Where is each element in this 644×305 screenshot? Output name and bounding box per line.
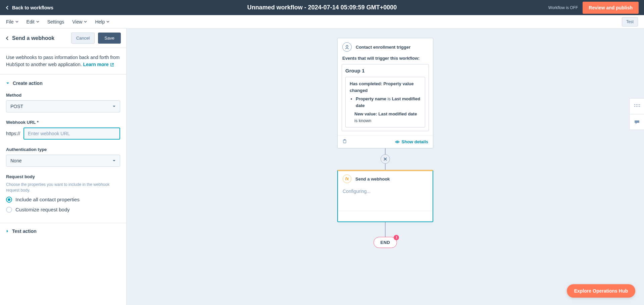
menu-view-label: View	[72, 19, 82, 24]
property-name-label: Property name	[356, 96, 386, 101]
webhook-node[interactable]: fx Send a webhook Configuring...	[337, 170, 433, 222]
right-rail	[629, 98, 644, 130]
comment-button[interactable]	[630, 114, 644, 130]
auth-type-select[interactable]: None	[6, 155, 120, 167]
menu-file[interactable]: File	[6, 19, 18, 24]
url-prefix: https://	[6, 131, 20, 136]
svg-point-10	[637, 106, 638, 107]
chevron-down-icon	[36, 20, 39, 23]
auth-type-value: None	[10, 158, 21, 163]
alert-badge: !	[394, 235, 399, 240]
remove-action-button[interactable]	[381, 154, 390, 164]
test-action-label: Test action	[12, 228, 37, 234]
trigger-node-subtitle: Events that will trigger this workflow:	[338, 56, 433, 64]
connector-line	[385, 222, 386, 237]
svg-point-11	[639, 106, 640, 107]
show-details-label: Show details	[402, 139, 428, 144]
chevron-down-icon	[84, 20, 87, 23]
chevron-down-icon	[112, 159, 116, 162]
chevron-left-icon[interactable]	[5, 36, 9, 40]
trigger-event-box: Has completed: Property value changed Pr…	[345, 77, 425, 128]
svg-point-4	[634, 104, 635, 105]
menu-help-label: Help	[95, 19, 105, 24]
method-value: POST	[10, 104, 23, 109]
clipboard-icon[interactable]	[342, 139, 347, 145]
back-to-workflows-link[interactable]: Back to workflows	[5, 5, 53, 10]
chevron-down-icon	[15, 20, 18, 23]
test-button[interactable]: Test	[622, 17, 638, 27]
method-label: Method	[6, 93, 120, 98]
contact-icon	[342, 42, 352, 52]
svg-point-7	[639, 104, 640, 105]
menu-file-label: File	[6, 19, 14, 24]
connector-line	[385, 148, 386, 154]
side-panel: Send a webhook Cancel Save Use webhooks …	[0, 29, 127, 305]
auth-type-label: Authentication type	[6, 147, 120, 152]
trigger-node-title: Contact enrollment trigger	[356, 45, 410, 50]
method-select[interactable]: POST	[6, 100, 120, 112]
workflow-status: Workflow is OFF	[548, 5, 578, 10]
explore-operations-hub-button[interactable]: Explore Operations Hub	[567, 284, 635, 298]
webhook-node-title: Send a webhook	[355, 176, 390, 182]
menu-settings[interactable]: Settings	[47, 19, 64, 24]
chevron-down-icon	[112, 105, 116, 108]
learn-more-link[interactable]: Learn more	[83, 61, 114, 68]
chevron-left-icon	[5, 6, 9, 10]
svg-point-9	[636, 106, 636, 107]
caret-down-icon	[6, 82, 9, 85]
webhook-url-label: Webhook URL *	[6, 120, 120, 125]
caret-right-icon	[6, 230, 9, 233]
workflow-title: Unnamed workflow - 2024-07-14 05:09:59 G…	[247, 4, 397, 11]
request-body-sublabel: Choose the properties you want to includ…	[6, 182, 120, 193]
function-icon: fx	[343, 174, 351, 183]
learn-more-label: Learn more	[83, 61, 109, 68]
menu-edit-label: Edit	[27, 19, 35, 24]
create-action-label: Create action	[13, 81, 43, 86]
svg-point-6	[637, 104, 638, 105]
minimap-button[interactable]	[630, 99, 644, 114]
radio-include-all[interactable]: Include all contact properties	[6, 197, 120, 203]
group-title: Group 1	[345, 68, 425, 73]
radio-customize-label: Customize request body	[15, 207, 70, 212]
external-link-icon	[110, 63, 114, 67]
chevron-down-icon	[106, 20, 109, 23]
property-is-text: is	[386, 96, 392, 101]
radio-customize[interactable]: Customize request body	[6, 207, 120, 213]
close-icon	[383, 157, 387, 161]
svg-point-8	[634, 106, 635, 107]
cancel-button[interactable]: Cancel	[71, 33, 95, 44]
eye-icon	[395, 140, 400, 144]
new-value-label: New value: Last modified date	[354, 111, 417, 116]
back-label: Back to workflows	[12, 5, 53, 10]
workflow-canvas[interactable]: Contact enrollment trigger Events that w…	[127, 29, 644, 305]
connector-line	[385, 164, 386, 170]
panel-title: Send a webhook	[12, 35, 54, 41]
menu-edit[interactable]: Edit	[27, 19, 39, 24]
enrollment-trigger-node[interactable]: Contact enrollment trigger Events that w…	[337, 38, 433, 148]
request-body-label: Request body	[6, 174, 120, 179]
review-publish-button[interactable]: Review and publish	[583, 2, 639, 14]
create-action-section-toggle[interactable]: Create action	[6, 81, 120, 86]
new-value-suffix: is known	[354, 118, 371, 123]
test-action-section-toggle[interactable]: Test action	[6, 228, 120, 234]
event-heading: Has completed: Property value changed	[350, 81, 414, 93]
show-details-link[interactable]: Show details	[395, 139, 428, 144]
end-node[interactable]: END !	[374, 237, 397, 248]
svg-point-5	[636, 104, 636, 105]
save-button[interactable]: Save	[98, 33, 121, 44]
menu-view[interactable]: View	[72, 19, 87, 24]
webhook-node-status: Configuring...	[338, 187, 433, 211]
webhook-url-input[interactable]	[23, 128, 120, 140]
menu-help[interactable]: Help	[95, 19, 109, 24]
svg-point-0	[346, 45, 348, 47]
radio-include-all-label: Include all contact properties	[15, 197, 80, 202]
svg-point-3	[397, 141, 398, 143]
